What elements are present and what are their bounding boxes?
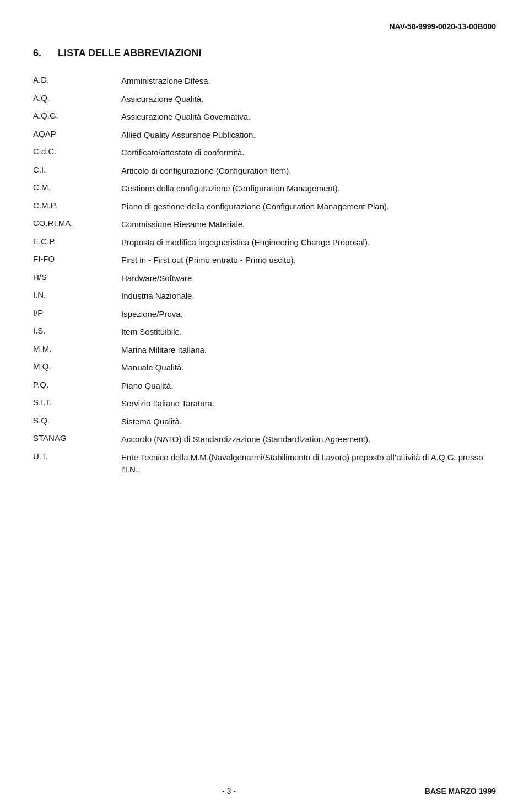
abbrev-row: I/PIspezione/Prova. xyxy=(33,305,496,324)
abbrev-row: FI-FOFirst in - First out (Primo entrato… xyxy=(33,251,496,270)
abbrev-definition: Accordo (NATO) di Standardizzazione (Sta… xyxy=(121,431,496,449)
abbrev-row: I.N.Industria Nazionale. xyxy=(33,287,496,305)
abbrev-row: S.Q.Sistema Qualità. xyxy=(33,413,496,431)
abbrev-row: C.I.Articolo di configurazione (Configur… xyxy=(33,162,496,180)
abbrev-definition: Assicurazione Qualità Governativa. xyxy=(121,108,496,126)
abbrev-definition: Sistema Qualità. xyxy=(121,413,496,431)
abbrev-row: C.d.C.Certificato/attestato di conformit… xyxy=(33,144,496,162)
abbrev-row: CO.RI.MA.Commissione Riesame Materiale. xyxy=(33,216,496,234)
abbrev-definition: Industria Nazionale. xyxy=(121,287,496,305)
abbrev-row: I.S.Item Sostituibile. xyxy=(33,323,496,341)
abbrev-term: H/S xyxy=(33,270,121,288)
abbrev-definition: Proposta di modifica ingegneristica (Eng… xyxy=(121,234,496,252)
abbrev-row: C.M.P.Piano di gestione della configuraz… xyxy=(33,198,496,216)
abbrev-definition: Commissione Riesame Materiale. xyxy=(121,216,496,234)
abbrev-row: U.T.Ente Tecnico della M.M.(Navalgenarmi… xyxy=(33,449,496,479)
abbrev-definition: Amministrazione Difesa. xyxy=(121,72,496,90)
section-title: 6.LISTA DELLE ABBREVIAZIONI xyxy=(33,47,496,59)
abbrev-term: I/P xyxy=(33,305,121,324)
abbrev-term: AQAP xyxy=(33,126,121,144)
abbrev-term: S.I.T. xyxy=(33,395,121,413)
abbrev-row: M.Q.Manuale Qualità. xyxy=(33,359,496,377)
abbrev-row: STANAGAccordo (NATO) di Standardizzazion… xyxy=(33,431,496,449)
abbrev-row: M.M.Marina Militare Italiana. xyxy=(33,341,496,359)
abbrev-term: C.M.P. xyxy=(33,198,121,216)
abbrev-term: CO.RI.MA. xyxy=(33,216,121,234)
abbrev-definition: Piano di gestione della configurazione (… xyxy=(121,198,496,216)
abbrev-term: M.Q. xyxy=(33,359,121,377)
section-title-text: LISTA DELLE ABBREVIAZIONI xyxy=(58,47,201,58)
page: NAV-50-9999-0020-13-00B000 6.LISTA DELLE… xyxy=(0,0,529,812)
abbrev-definition: Ente Tecnico della M.M.(Navalgenarmi/Sta… xyxy=(121,449,496,479)
abbrev-term: S.Q. xyxy=(33,413,121,431)
abbrev-term: A.D. xyxy=(33,72,121,90)
abbrev-term: A.Q. xyxy=(33,90,121,109)
abbrev-row: P.Q.Piano Qualità. xyxy=(33,377,496,395)
abbrev-term: M.M. xyxy=(33,341,121,359)
abbrev-row: A.Q.Assicurazione Qualità. xyxy=(33,90,496,109)
abbrev-term: E.C.P. xyxy=(33,234,121,252)
abbrev-term: I.N. xyxy=(33,287,121,305)
abbrev-definition: Gestione della configurazione (Configura… xyxy=(121,180,496,198)
footer-date: BASE MARZO 1999 xyxy=(425,787,496,795)
abbrev-term: U.T. xyxy=(33,449,121,479)
abbrev-definition: Item Sostituibile. xyxy=(121,323,496,341)
abbrev-row: H/SHardware/Software. xyxy=(33,270,496,288)
abbrev-row: A.Q.G.Assicurazione Qualità Governativa. xyxy=(33,108,496,126)
abbrev-definition: Articolo di configurazione (Configuratio… xyxy=(121,162,496,180)
abbrev-row: AQAPAllied Quality Assurance Publication… xyxy=(33,126,496,144)
abbrev-definition: Marina Militare Italiana. xyxy=(121,341,496,359)
abbrev-row: S.I.T.Servizio Italiano Taratura. xyxy=(33,395,496,413)
abbrev-term: I.S. xyxy=(33,323,121,341)
abbrev-row: C.M.Gestione della configurazione (Confi… xyxy=(33,180,496,198)
abbrev-term: C.I. xyxy=(33,162,121,180)
abbrev-term: STANAG xyxy=(33,431,121,449)
page-footer: - 3 - BASE MARZO 1999 xyxy=(0,782,529,795)
abbrev-term: P.Q. xyxy=(33,377,121,395)
abbrev-definition: Manuale Qualità. xyxy=(121,359,496,377)
abbrev-term: A.Q.G. xyxy=(33,108,121,126)
abbrev-row: A.D.Amministrazione Difesa. xyxy=(33,72,496,90)
abbrev-definition: Piano Qualità. xyxy=(121,377,496,395)
abbrev-definition: Assicurazione Qualità. xyxy=(121,90,496,109)
section-number: 6. xyxy=(33,47,41,58)
abbrev-term: FI-FO xyxy=(33,251,121,270)
abbreviations-table: A.D.Amministrazione Difesa.A.Q.Assicuraz… xyxy=(33,72,496,479)
abbrev-definition: Servizio Italiano Taratura. xyxy=(121,395,496,413)
abbrev-definition: Ispezione/Prova. xyxy=(121,305,496,324)
document-reference: NAV-50-9999-0020-13-00B000 xyxy=(33,22,496,31)
abbrev-definition: Hardware/Software. xyxy=(121,270,496,288)
abbrev-definition: First in - First out (Primo entrato - Pr… xyxy=(121,251,496,270)
abbrev-row: E.C.P.Proposta di modifica ingegneristic… xyxy=(33,234,496,252)
abbrev-term: C.M. xyxy=(33,180,121,198)
abbrev-definition: Certificato/attestato di conformità. xyxy=(121,144,496,162)
page-number: - 3 - xyxy=(222,787,236,795)
abbrev-term: C.d.C. xyxy=(33,144,121,162)
abbrev-definition: Allied Quality Assurance Publication. xyxy=(121,126,496,144)
